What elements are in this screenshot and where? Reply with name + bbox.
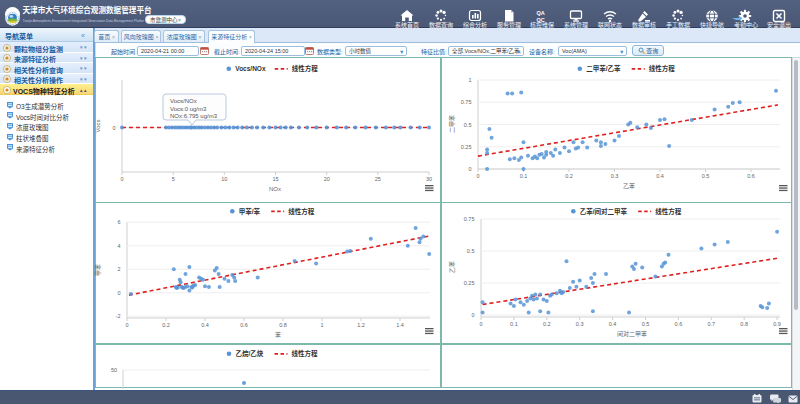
svg-text:0.2: 0.2 bbox=[162, 321, 170, 329]
svg-text:0.5: 0.5 bbox=[467, 247, 475, 255]
svg-text:乙苯: 乙苯 bbox=[447, 261, 456, 273]
svg-text:0.3: 0.3 bbox=[576, 320, 584, 328]
svg-text:苯: 苯 bbox=[275, 330, 281, 339]
svg-text:0.8: 0.8 bbox=[740, 320, 748, 328]
svg-text:0: 0 bbox=[120, 175, 123, 183]
svg-text:0: 0 bbox=[117, 289, 120, 297]
svg-text:-2: -2 bbox=[116, 312, 121, 320]
svg-text:0.5: 0.5 bbox=[464, 121, 472, 129]
svg-text:甲苯/苯: 甲苯/苯 bbox=[239, 206, 261, 216]
svg-text:线性方程: 线性方程 bbox=[649, 63, 676, 73]
svg-text:4: 4 bbox=[117, 242, 120, 250]
svg-text:0.4: 0.4 bbox=[201, 321, 209, 329]
svg-text:0.6: 0.6 bbox=[675, 320, 683, 328]
svg-text:0.9: 0.9 bbox=[773, 320, 781, 328]
svg-text:间对二甲苯: 间对二甲苯 bbox=[617, 329, 647, 338]
svg-text:0: 0 bbox=[125, 321, 128, 329]
svg-text:乙烷/乙炔: 乙烷/乙炔 bbox=[236, 348, 264, 358]
svg-text:50: 50 bbox=[111, 366, 117, 374]
svg-text:乙苯: 乙苯 bbox=[623, 181, 635, 190]
svg-text:0.75: 0.75 bbox=[464, 215, 475, 223]
svg-text:0.8: 0.8 bbox=[279, 321, 287, 329]
svg-text:0.2: 0.2 bbox=[565, 172, 573, 180]
svg-text:线性方程: 线性方程 bbox=[292, 63, 319, 73]
svg-text:0.3: 0.3 bbox=[611, 172, 619, 180]
svg-text:NOx:6.795 ug/m3: NOx:6.795 ug/m3 bbox=[170, 111, 218, 120]
svg-text:0: 0 bbox=[471, 311, 474, 319]
svg-text:甲苯: 甲苯 bbox=[93, 264, 102, 276]
svg-text:25: 25 bbox=[375, 175, 381, 183]
svg-text:10: 10 bbox=[221, 175, 227, 183]
svg-text:0: 0 bbox=[476, 172, 479, 180]
svg-text:线性方程: 线性方程 bbox=[288, 206, 315, 216]
svg-text:线性方程: 线性方程 bbox=[655, 206, 682, 216]
svg-text:1.2: 1.2 bbox=[357, 321, 365, 329]
svg-text:30: 30 bbox=[426, 175, 432, 183]
svg-text:0.25: 0.25 bbox=[461, 143, 472, 151]
svg-text:0.1: 0.1 bbox=[520, 172, 528, 180]
svg-text:0.5: 0.5 bbox=[702, 172, 710, 180]
svg-text:Vocs/NOx: Vocs/NOx bbox=[235, 63, 266, 73]
svg-text:NOx: NOx bbox=[269, 184, 281, 193]
svg-text:20: 20 bbox=[324, 175, 330, 183]
svg-text:0.1: 0.1 bbox=[510, 320, 518, 328]
svg-text:0.7: 0.7 bbox=[707, 320, 715, 328]
svg-text:乙苯/间对二甲苯: 乙苯/间对二甲苯 bbox=[580, 206, 628, 216]
svg-text:0: 0 bbox=[112, 124, 115, 132]
svg-text:5: 5 bbox=[172, 175, 175, 183]
svg-text:0: 0 bbox=[479, 320, 482, 328]
svg-text:0.2: 0.2 bbox=[543, 320, 551, 328]
svg-text:2: 2 bbox=[117, 265, 120, 273]
svg-text:0.75: 0.75 bbox=[461, 98, 472, 106]
svg-text:Vocs: Vocs bbox=[93, 119, 102, 132]
svg-text:0.25: 0.25 bbox=[464, 279, 475, 287]
svg-text:1.4: 1.4 bbox=[396, 321, 404, 329]
svg-text:线性方程: 线性方程 bbox=[292, 348, 319, 358]
svg-text:15: 15 bbox=[272, 175, 278, 183]
svg-text:二甲苯/乙苯: 二甲苯/乙苯 bbox=[586, 63, 621, 73]
svg-text:0: 0 bbox=[468, 165, 471, 173]
svg-text:0.4: 0.4 bbox=[609, 320, 617, 328]
svg-text:0.6: 0.6 bbox=[240, 321, 248, 329]
svg-text:1: 1 bbox=[468, 76, 471, 84]
svg-text:1: 1 bbox=[320, 321, 323, 329]
svg-text:0.5: 0.5 bbox=[642, 320, 650, 328]
svg-text:0.4: 0.4 bbox=[656, 172, 664, 180]
svg-text:0.6: 0.6 bbox=[747, 172, 755, 180]
svg-text:二甲苯: 二甲苯 bbox=[447, 115, 456, 133]
svg-text:6: 6 bbox=[117, 218, 120, 226]
